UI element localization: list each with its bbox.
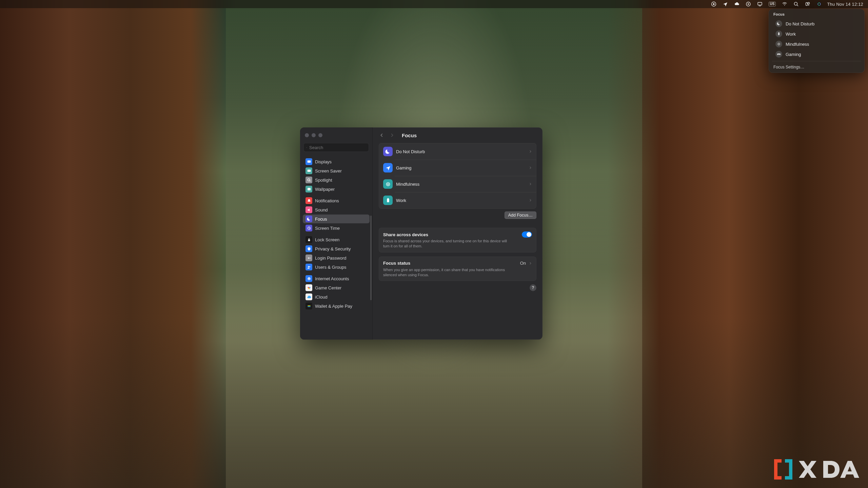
focus-settings-link[interactable]: Focus Settings… xyxy=(769,63,865,71)
internet-accounts-icon: @ xyxy=(305,275,312,282)
svg-line-20 xyxy=(307,147,307,148)
sidebar-item-screen-time[interactable]: Screen Time xyxy=(303,224,370,232)
sidebar-item-sound[interactable]: Sound xyxy=(303,205,370,214)
person-lanyard-icon xyxy=(383,196,393,205)
users-groups-icon xyxy=(305,264,312,270)
sidebar-item-displays[interactable]: Displays xyxy=(303,157,370,166)
wallpaper-icon xyxy=(305,186,312,192)
sidebar-item-wallet-apple-pay[interactable]: Wallet & Apple Pay xyxy=(303,302,370,310)
chevron-right-icon xyxy=(529,181,532,187)
zoom-button[interactable] xyxy=(318,133,322,137)
popover-item-label: Gaming xyxy=(786,52,801,57)
svg-rect-38 xyxy=(308,306,310,306)
sidebar-item-spotlight[interactable]: Spotlight xyxy=(303,176,370,184)
svg-point-28 xyxy=(308,257,309,259)
svg-rect-22 xyxy=(307,169,311,172)
menubar-obs-icon[interactable] xyxy=(708,0,719,8)
sidebar-search-field[interactable] xyxy=(303,143,369,152)
svg-point-7 xyxy=(794,2,797,5)
svg-line-8 xyxy=(797,5,798,6)
focus-popover-title: Focus xyxy=(769,12,865,18)
chevron-right-icon xyxy=(529,165,532,171)
sidebar-item-label: iCloud xyxy=(315,294,328,300)
focus-status-panel[interactable]: Focus status On When you give an app per… xyxy=(379,257,536,281)
svg-rect-39 xyxy=(308,306,310,307)
popover-item-gaming[interactable]: Gaming xyxy=(771,49,863,59)
sidebar-item-focus[interactable]: Focus xyxy=(303,215,370,223)
setting-description: Focus is shared across your devices, and… xyxy=(383,239,514,249)
svg-point-18 xyxy=(778,44,780,45)
add-focus-button[interactable]: Add Focus… xyxy=(505,211,536,219)
focus-row-work[interactable]: Work xyxy=(379,192,536,208)
svg-point-23 xyxy=(308,179,310,181)
svg-point-1 xyxy=(713,3,714,5)
menubar-spotlight-icon[interactable] xyxy=(790,0,802,8)
svg-rect-4 xyxy=(758,2,762,5)
svg-rect-37 xyxy=(308,305,310,306)
focus-status-row[interactable]: Focus status On When you give an app per… xyxy=(379,257,536,281)
divider xyxy=(772,61,861,61)
menubar-datetime[interactable]: Thu Nov 14 12:12 xyxy=(825,0,867,8)
window-titlebar-right: Focus xyxy=(373,127,542,143)
popover-item-work[interactable]: Work xyxy=(771,29,863,39)
svg-point-31 xyxy=(309,266,310,267)
menubar-cloud-icon[interactable] xyxy=(731,0,743,8)
sidebar-item-screen-saver[interactable]: Screen Saver xyxy=(303,166,370,175)
menubar-focus-icon[interactable] xyxy=(743,0,754,8)
nav-back-button[interactable] xyxy=(378,131,386,139)
sidebar-item-icloud[interactable]: iCloud xyxy=(303,292,370,301)
sidebar-item-lock-screen[interactable]: Lock Screen xyxy=(303,235,370,244)
focus-row-do-not-disturb[interactable]: Do Not Disturb xyxy=(379,143,536,160)
svg-point-40 xyxy=(386,182,390,186)
svg-rect-15 xyxy=(778,33,780,35)
search-input[interactable] xyxy=(309,145,366,150)
login-password-icon xyxy=(305,255,312,261)
close-button[interactable] xyxy=(305,133,309,137)
popover-item-label: Do Not Disturb xyxy=(786,21,814,26)
focus-row-gaming[interactable]: Gaming xyxy=(379,160,536,176)
sidebar-item-game-center[interactable]: Game Center xyxy=(303,283,370,292)
menubar-control-center-icon[interactable] xyxy=(802,0,813,8)
sidebar-item-wallpaper[interactable]: Wallpaper xyxy=(303,185,370,194)
svg-rect-29 xyxy=(309,258,311,258)
share-devices-toggle[interactable] xyxy=(522,231,532,238)
focus-row-mindfulness[interactable]: Mindfulness xyxy=(379,176,536,192)
menubar-screen-mirroring-icon[interactable] xyxy=(754,0,766,8)
menubar-siri-icon[interactable] xyxy=(813,0,825,8)
game-center-icon xyxy=(305,284,312,291)
share-devices-row: Share across devices Focus is shared acr… xyxy=(379,228,536,252)
sidebar-item-privacy-security[interactable]: Privacy & Security xyxy=(303,244,370,253)
sidebar-item-label: Login Password xyxy=(315,256,347,261)
sidebar-item-label: Displays xyxy=(315,159,332,164)
setting-title: Share across devices xyxy=(383,232,522,237)
share-devices-panel: Share across devices Focus is shared acr… xyxy=(379,228,536,252)
page-title: Focus xyxy=(402,133,417,138)
sidebar-scroll[interactable]: Displays Screen Saver Spotlight Wallpape… xyxy=(300,155,372,340)
popover-item-do-not-disturb[interactable]: Do Not Disturb xyxy=(771,19,863,28)
sidebar-item-users-groups[interactable]: Users & Groups xyxy=(303,263,370,271)
svg-line-24 xyxy=(310,181,310,181)
lotus-icon xyxy=(383,179,393,189)
menubar-keyboard-input-icon[interactable]: US xyxy=(766,0,779,8)
menu-bar: US Thu Nov 14 12:12 xyxy=(0,0,868,8)
system-settings-window: Displays Screen Saver Spotlight Wallpape… xyxy=(300,127,542,340)
menubar-location-icon[interactable] xyxy=(719,0,731,8)
menubar-wifi-icon[interactable] xyxy=(779,0,790,8)
sidebar-item-notifications[interactable]: Notifications xyxy=(303,196,370,205)
game-controller-icon xyxy=(775,51,782,58)
sidebar-item-label: Screen Saver xyxy=(315,168,342,174)
sidebar-item-login-password[interactable]: Login Password xyxy=(303,253,370,262)
svg-point-17 xyxy=(778,43,780,45)
minimize-button[interactable] xyxy=(312,133,316,137)
focus-row-label: Mindfulness xyxy=(396,182,525,187)
chevron-right-icon xyxy=(529,197,532,203)
sidebar-item-internet-accounts[interactable]: @ Internet Accounts xyxy=(303,274,370,283)
sidebar-item-label: Internet Accounts xyxy=(315,276,349,281)
popover-item-label: Work xyxy=(786,32,796,37)
nav-forward-button[interactable] xyxy=(388,131,396,139)
popover-item-mindfulness[interactable]: Mindfulness xyxy=(771,39,863,49)
sidebar-item-label: Wallet & Apple Pay xyxy=(315,304,352,309)
svg-point-10 xyxy=(808,2,810,4)
help-button[interactable]: ? xyxy=(530,284,536,291)
svg-rect-27 xyxy=(308,239,310,241)
